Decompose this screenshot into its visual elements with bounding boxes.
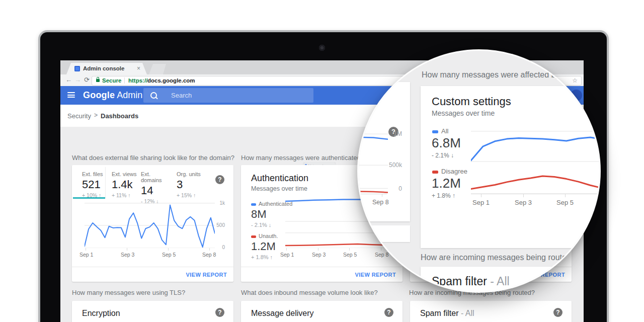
help-icon[interactable]: ? [384,308,393,317]
legend-delta: - 2.1% ↓ [251,222,271,228]
url-separator [124,77,125,84]
spam-suffix: - All [461,309,474,317]
reload-icon[interactable]: ⟳ [84,76,90,84]
tab-title: Admin console [83,65,124,71]
card-title: Message delivery [251,309,314,318]
legend-chip-unauth [251,235,256,238]
view-report-link[interactable]: VIEW REPORT [186,272,227,278]
bookmark-star-icon[interactable]: ☆ [572,77,578,84]
custom-settings-chart [471,127,601,194]
stat-tab-ext-files[interactable]: Ext. files 521 + 10% ↑ [82,171,105,198]
y-tick: 1k [217,200,225,206]
file-sharing-chart [85,203,215,248]
legend-value: 1.2M [432,176,461,191]
card-title: Spam filter - All [420,309,474,318]
secure-lock-icon [96,79,100,82]
card-title: Authentication [251,173,308,184]
help-icon[interactable]: ? [215,308,224,317]
legend-delta: - 2.1% ↓ [432,152,454,159]
stat-label: Ext. files [82,171,105,177]
view-report-link[interactable]: VIEW REPORT [355,272,396,278]
stat-label: Ext. views [112,171,138,177]
url-scheme: https:// [128,77,147,84]
legend-chip-authenticated [251,203,256,206]
stat-label: Org. units [177,171,203,177]
card-spam-filter: Spam filter - All ? [410,301,572,322]
x-tick: Sep 5 [343,252,357,258]
legend-chip-disagree [432,171,438,174]
stat-label: Ext. domains [141,171,172,183]
magnifier-loupe: How many messages were affected by ? 1M … [357,49,601,293]
loupe-custom-card: Custom settings Messages over time All 6… [421,86,601,248]
legend-delta: + 1.8% ↑ [432,192,455,199]
y-tick: 1M [390,130,402,137]
search-icon [150,92,157,99]
brand-admin: Admin [117,90,142,100]
side-fragment-chart [359,127,388,194]
legend-name: Disagree [441,168,467,175]
stat-tab-ext-domains[interactable]: Ext. domains 14 - 12% ↓ [141,171,172,204]
brand-google: Google [83,90,115,100]
card-title: Spam filter - All [432,275,510,288]
tab-close-icon[interactable]: × [137,65,140,72]
card-file-sharing: Ext. files 521 + 10% ↑ Ext. views 1.4k +… [72,165,233,282]
y-tick: 500k [387,162,402,169]
help-icon[interactable]: ? [553,308,562,317]
stat-value: 1.4k [112,178,138,191]
search-placeholder: Search [171,92,192,99]
loupe-question-top: How many messages were affected by [422,70,560,79]
legend-value: 6.8M [432,135,461,151]
y-tick: 0 [217,245,225,250]
y-tick: 0 [390,185,402,192]
legend-name: Unauth. [259,233,278,239]
stat-tab-ext-views[interactable]: Ext. views 1.4k + 11% ↑ [112,171,138,198]
spam-title: Spam filter [432,275,487,288]
x-tick: Sep 5 [162,252,176,258]
x-tick: Sep 8 [375,252,388,258]
stat-delta: + 11% ↑ [112,192,138,198]
x-tick: Sep 3 [312,252,326,258]
admin-search-box[interactable]: Search [143,88,313,103]
x-tick: Sep 1 [79,252,93,258]
help-icon[interactable]: ? [215,175,224,184]
breadcrumb-page[interactable]: Dashboards [101,112,138,120]
card-subtitle: Messages over time [251,185,307,192]
x-tick: Sep 1 [280,252,294,258]
browser-tab-admin-console[interactable]: Admin console × [66,63,147,74]
card-title: Custom settings [432,95,511,108]
question-authenticated: How many messages were authenticated? [241,154,364,162]
x-tick: Sep 1 [472,199,490,206]
card-encryption: Encryption ? [72,301,233,322]
secure-label: Secure [102,77,121,84]
question-inbound: What does inbound message volume look li… [241,289,378,296]
x-tick: Sep 3 [121,252,134,258]
legend-value: 1.2M [251,240,276,253]
forward-icon[interactable]: → [74,76,81,84]
stat-tab-org-units[interactable]: Org. units 3 + 15% ↑ [177,171,203,198]
url-host: docs.google.com [147,77,195,84]
stat-value: 14 [141,184,172,197]
x-tick: Sep 5 [556,199,574,206]
legend-chip-all [432,130,438,133]
back-icon[interactable]: ← [65,76,72,84]
legend-name: All [441,127,448,135]
x-tick: Sep 8 [372,199,389,206]
question-tls: How many messages were using TLS? [72,289,185,296]
stat-divider [105,167,106,198]
x-tick: Sep 3 [515,199,532,206]
loupe-question-bottom: How are incoming messages being routed? [421,253,576,262]
spam-suffix: - All [490,275,509,288]
marketing-canvas: Admin console × ← → ⟳ Secure https:// do… [0,0,644,322]
stat-delta: + 15% ↑ [177,192,203,198]
menu-hamburger-icon[interactable] [67,92,75,98]
active-tab-underline [73,197,105,199]
spam-title: Spam filter [420,309,458,317]
brand-logo: Google Admin [83,90,142,101]
card-message-delivery: Message delivery ? [241,301,403,322]
stat-value: 3 [177,178,203,191]
stat-value: 521 [82,178,105,191]
y-tick: 500 [215,222,225,228]
breadcrumb-section[interactable]: Security [67,112,91,120]
new-tab-button[interactable] [149,64,166,74]
question-file-sharing: What does external file sharing look lik… [72,154,234,162]
